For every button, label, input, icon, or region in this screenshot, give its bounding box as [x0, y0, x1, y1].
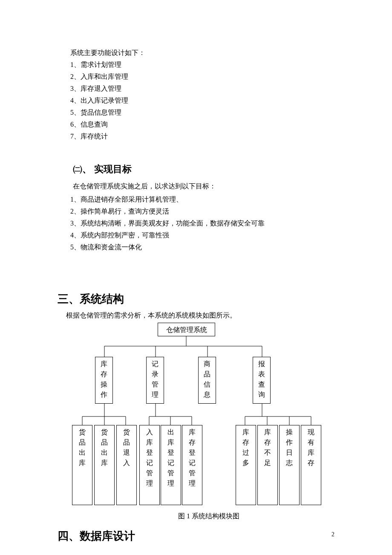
diagram-l2-box: 商品信息 — [198, 357, 216, 404]
funcs-intro: 系统主要功能设计如下： — [58, 47, 334, 59]
diagram-l2-box: 记录管理 — [146, 357, 164, 404]
diagram-leaf-box: 货品出库 — [72, 425, 92, 505]
diagram-leaf-box: 货品出库 — [94, 425, 115, 505]
goal-item: 4、系统内部控制严密，可靠性强 — [58, 229, 334, 241]
goal-item: 2、操作简单易行，查询方便灵活 — [58, 205, 334, 217]
diagram-leaf-label: 货品出库 — [101, 427, 108, 468]
diagram-leaf-box: 入库登记管理 — [139, 425, 160, 505]
diagram-leaf-box: 现有库存 — [301, 425, 321, 505]
func-item: 5、货品信息管理 — [58, 107, 334, 119]
diagram-caption: 图 1 系统结构模块图 — [83, 512, 334, 521]
goal-item: 5、物流和资金流一体化 — [58, 241, 334, 253]
diagram-leaf-label: 库存登记管理 — [189, 427, 196, 489]
goal-intro: 在仓储管理系统实施之后，以求达到以下目标： — [58, 181, 334, 192]
diagram-l2-box: 库存操作 — [95, 357, 113, 404]
diagram-l2-label: 库存操作 — [101, 359, 107, 400]
diagram-leaf-label: 出库登记管理 — [167, 427, 174, 489]
goal-item: 1、商品进销存全部采用计算机管理、 — [58, 194, 334, 205]
diagram-leaf-label: 库存不足 — [264, 427, 271, 468]
goal-item: 3、系统结构清晰，界面美观友好，功能全面，数据存储安全可靠 — [58, 217, 334, 229]
structure-diagram: 仓储管理系统 库存操作 记录管理 商品信息 报表查询 货品出库 货品出库 货品退… — [66, 323, 343, 510]
diagram-leaf-box: 库存不足 — [257, 425, 278, 505]
func-item: 1、需求计划管理 — [58, 59, 334, 71]
diagram-leaf-box: 出库登记管理 — [161, 425, 181, 505]
func-item: 7、库存统计 — [58, 130, 334, 142]
diagram-leaf-box: 库存登记管理 — [182, 425, 202, 505]
structure-intro: 根据仓储管理的需求分析，本系统的系统模块如图所示。 — [58, 310, 334, 321]
func-item: 4、出入库记录管理 — [58, 95, 334, 107]
diagram-leaf-box: 货品退入 — [116, 425, 137, 505]
func-item: 2、入库和出库管理 — [58, 71, 334, 83]
diagram-l2-label: 记录管理 — [152, 359, 159, 400]
db-heading: 四、数据库设计 — [58, 529, 334, 543]
diagram-l2-label: 报表查询 — [258, 359, 265, 400]
diagram-leaf-box: 操作日志 — [279, 425, 300, 505]
diagram-l2-box: 报表查询 — [253, 357, 271, 404]
diagram-leaf-label: 入库登记管理 — [146, 427, 153, 489]
func-item: 6、信息查询 — [58, 119, 334, 130]
diagram-leaf-label: 货品退入 — [123, 427, 130, 468]
diagram-leaf-box: 库存过多 — [236, 425, 256, 505]
diagram-root-box: 仓储管理系统 — [158, 323, 215, 336]
page-number: 2 — [331, 531, 334, 538]
structure-heading: 三、系统结构 — [58, 292, 334, 306]
diagram-l2-label: 商品信息 — [204, 359, 210, 400]
diagram-root-label: 仓储管理系统 — [166, 326, 207, 335]
diagram-leaf-label: 操作日志 — [286, 427, 293, 468]
diagram-leaf-label: 库存过多 — [242, 427, 249, 468]
func-item: 3、库存退入管理 — [58, 83, 334, 95]
goal-heading: ㈡、 实现目标 — [58, 163, 334, 176]
diagram-leaf-label: 货品出库 — [79, 427, 86, 468]
diagram-leaf-label: 现有库存 — [308, 427, 314, 468]
